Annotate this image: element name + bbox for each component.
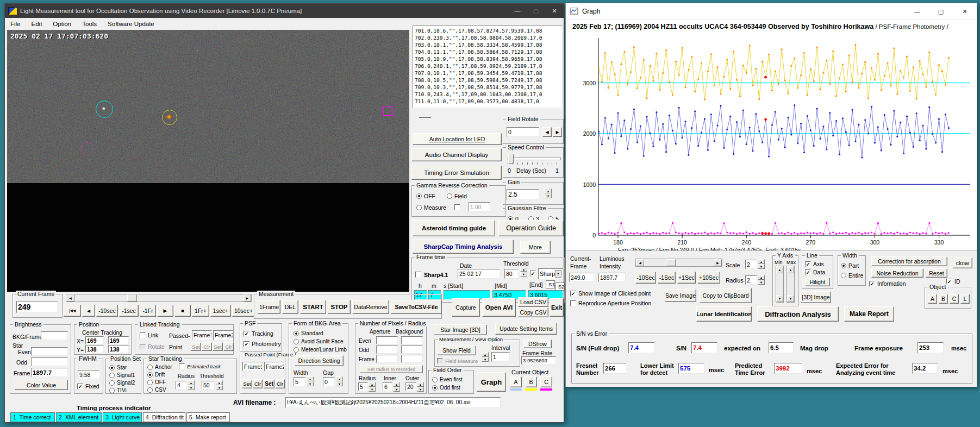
graph-object-l-button[interactable]: L — [960, 294, 970, 304]
threshold-input[interactable]: 80 — [504, 269, 519, 279]
passed-clr2-button[interactable]: Clr — [275, 379, 285, 388]
menu-edit[interactable]: Edit — [26, 19, 48, 29]
more-button[interactable]: More — [520, 241, 551, 254]
maximize-icon[interactable]: ▢ — [527, 4, 545, 18]
tab-make-report[interactable]: 5. Make report — [186, 412, 230, 422]
tab-light-curve[interactable]: 3. Light curve — [103, 412, 142, 422]
predicted-error-field[interactable]: 3992 — [774, 363, 802, 374]
bkg-gap-spinner[interactable]: ▲▼ — [336, 376, 343, 386]
show-image-checkbox[interactable]: ✔Show Image of Clicked point — [570, 290, 651, 297]
graph-object-b-button[interactable]: B — [939, 294, 948, 304]
menu-software-update[interactable]: Software Update — [102, 19, 160, 29]
rotate-checkbox[interactable]: Rotate — [140, 343, 165, 350]
s1-tab[interactable]: S1 — [546, 280, 555, 288]
posset-signal2-radio[interactable]: Signal2 — [109, 380, 135, 386]
avi-filename-field[interactable]: I:¥A-えんぺい観測¥観測記録2025¥20250218○2004HZ11自宅… — [285, 397, 501, 408]
show-field-button[interactable]: Show Field — [437, 346, 476, 355]
minus-10sec-button[interactable]: -10sec — [96, 305, 118, 317]
interval-spinner[interactable]: ▲▼ — [482, 352, 489, 362]
passed-frame2-field[interactable]: Frame2 — [264, 362, 284, 371]
field-rotate-input[interactable]: 0 — [507, 127, 539, 137]
inner-field[interactable]: 6 — [383, 382, 392, 391]
selection-square[interactable] — [383, 106, 393, 116]
stop-playback-button[interactable]: ■ — [174, 305, 191, 317]
menu-tools[interactable]: Tools — [77, 19, 102, 29]
save-image-button[interactable]: Save Image — [665, 289, 696, 302]
bkg-meteor-limb-radio[interactable]: Meteor/Lunar Limb — [294, 347, 347, 353]
estimated-track-checkbox[interactable]: Estimated track — [179, 363, 221, 369]
del-button[interactable]: DEL — [282, 300, 298, 314]
update-settings-button[interactable]: Update Setting Items — [495, 323, 557, 335]
star-image-3d-button[interactable]: Star Image [3D] — [434, 324, 487, 335]
width-entire-radio[interactable]: Entire — [841, 272, 863, 279]
copy-clipboard-button[interactable]: Copy to ClipBoard — [700, 288, 752, 303]
background-odd-field[interactable] — [401, 346, 423, 354]
sn-full-field[interactable]: 7.4 — [628, 342, 654, 353]
gamma-value-input[interactable]: 1.00 — [469, 202, 490, 212]
sn-field[interactable]: 7.4 — [691, 342, 717, 353]
video-display[interactable]: 2025 02 17 17:07:03:620 — [7, 30, 409, 292]
linked-clr2-button[interactable]: Clr — [223, 342, 234, 351]
passed-set1-button[interactable]: Set — [242, 379, 252, 388]
field-measure-checkbox[interactable]: Field Measure — [437, 358, 478, 364]
audio-channel-display-button[interactable]: Audio Channel Display — [411, 148, 502, 161]
radius-field[interactable]: 5 — [358, 382, 368, 391]
sharp-checkbox[interactable] — [415, 272, 421, 278]
y-max-scrollbar[interactable]: ▲ ▼ — [787, 266, 795, 303]
information-checkbox[interactable]: ✔Information — [869, 280, 906, 287]
pos-x-center[interactable]: 169 — [85, 336, 104, 344]
tab-diffraction[interactable]: 4. Diffraction tit — [143, 412, 185, 422]
graph-maximize-icon[interactable]: ▢ — [929, 3, 953, 20]
capture-button[interactable]: Capture — [452, 298, 480, 317]
posset-star-radio[interactable]: Star — [109, 365, 127, 371]
tracking-radius-field[interactable]: 4 — [176, 381, 186, 390]
close-button[interactable]: close — [953, 258, 972, 268]
date-input[interactable]: 25 02 17 — [458, 269, 500, 279]
play-button[interactable]: ▶ — [157, 305, 173, 317]
graph-close-icon[interactable]: ✕ — [953, 3, 977, 20]
open-avi-button[interactable]: Open AVI — [482, 298, 516, 317]
minus-1sec-button[interactable]: -1sec — [119, 305, 139, 317]
tracking-drift-radio[interactable]: Drift — [147, 372, 165, 378]
correction-absorption-button[interactable]: Correction for absorption — [871, 256, 947, 266]
aperture-odd-field[interactable] — [376, 346, 398, 354]
one-frame-button[interactable]: 1Frame — [258, 300, 280, 314]
auto-location-led-button[interactable]: Auto Location for LED — [413, 133, 502, 145]
hilight-button[interactable]: Hilight — [805, 278, 830, 286]
rotate-right-arrow[interactable]: ▶ — [553, 127, 562, 137]
gain-input[interactable]: 2.5 — [507, 189, 539, 200]
bkg-width-spinner[interactable]: ▲▼ — [307, 376, 314, 386]
tracking-threshold-spinner[interactable]: ▲▼ — [216, 380, 223, 390]
minimize-icon[interactable]: — — [508, 4, 527, 18]
tracking-off-radio[interactable]: OFF — [147, 379, 166, 385]
pos-x-tracking[interactable]: 169 — [108, 336, 129, 344]
plus-10sec-graph-button[interactable]: +10Sec — [697, 272, 720, 284]
minus-1frame-button[interactable]: -1Fr — [140, 305, 156, 317]
skip-start-button[interactable]: |◀◀ — [64, 305, 81, 317]
sharp-mode-checkbox[interactable]: ✔ — [530, 271, 536, 277]
link-checkbox[interactable]: Link — [140, 332, 158, 338]
star-even-field[interactable] — [31, 347, 68, 356]
stop-button[interactable]: STOP — [328, 300, 351, 314]
close-icon[interactable]: ✕ — [545, 4, 564, 18]
load-csv-button[interactable]: Load CSV — [518, 297, 548, 307]
sharpcap-timing-button[interactable]: SharpCap Timing Analysis — [413, 240, 514, 254]
bkg-width-field[interactable]: 5 — [294, 377, 305, 386]
gain-spinner[interactable]: ▲▼ — [545, 189, 552, 198]
psf-tracking-checkbox[interactable]: ✔Tracking — [244, 330, 273, 337]
bkg-gap-field[interactable]: 0 — [323, 377, 335, 386]
bkg-frame-field[interactable] — [41, 331, 68, 340]
object-a-button[interactable]: A — [510, 376, 522, 387]
minus-1sec-graph-button[interactable]: -1Sec — [658, 272, 676, 284]
bkg-avoid-sunlit-radio[interactable]: Avoid Sunlit Face — [294, 338, 344, 344]
copy-csv-button[interactable]: Copy CSV — [518, 307, 548, 317]
tab-time-correct[interactable]: 1. Time correct — [10, 412, 55, 422]
mode-dropdown[interactable]: Sharp▼ — [538, 268, 563, 279]
tracking-radius-spinner[interactable]: ▲▼ — [188, 380, 195, 390]
gamma-checkbox[interactable] — [454, 204, 460, 210]
light-curve-chart[interactable]: 1802102402703003300100020003000Exp=253ms… — [567, 32, 977, 260]
menu-file[interactable]: File — [5, 19, 26, 29]
frame-rate-field[interactable]: 3.9526693 — [521, 356, 556, 365]
operation-guide-button[interactable]: Operation Guide — [498, 220, 564, 236]
pos-y-tracking[interactable]: 138 — [108, 345, 129, 353]
